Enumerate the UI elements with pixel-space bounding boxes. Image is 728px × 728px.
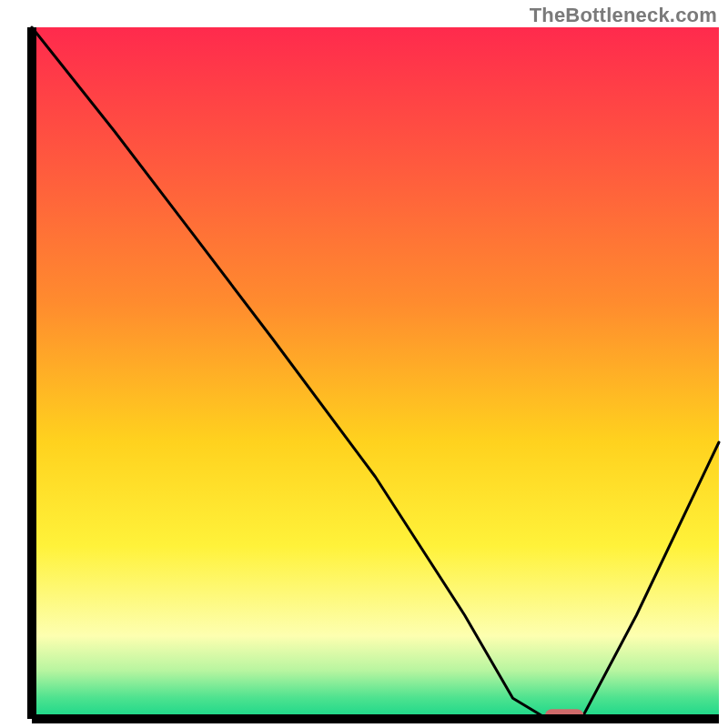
bottleneck-chart bbox=[0, 0, 728, 728]
chart-container: TheBottleneck.com bbox=[0, 0, 728, 728]
gradient-background bbox=[32, 27, 719, 719]
watermark-text: TheBottleneck.com bbox=[530, 4, 717, 27]
